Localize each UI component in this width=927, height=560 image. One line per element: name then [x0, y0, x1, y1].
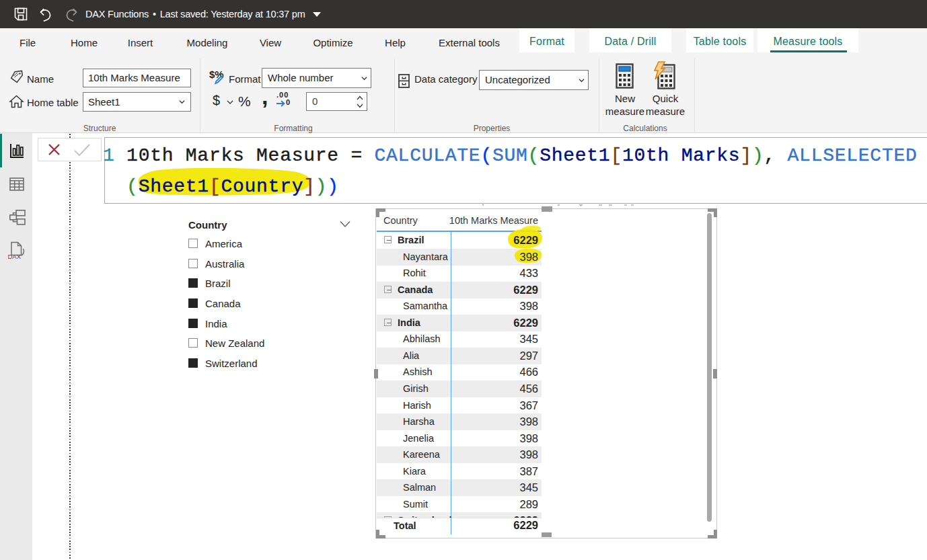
- svg-text:DAX: DAX: [8, 253, 22, 260]
